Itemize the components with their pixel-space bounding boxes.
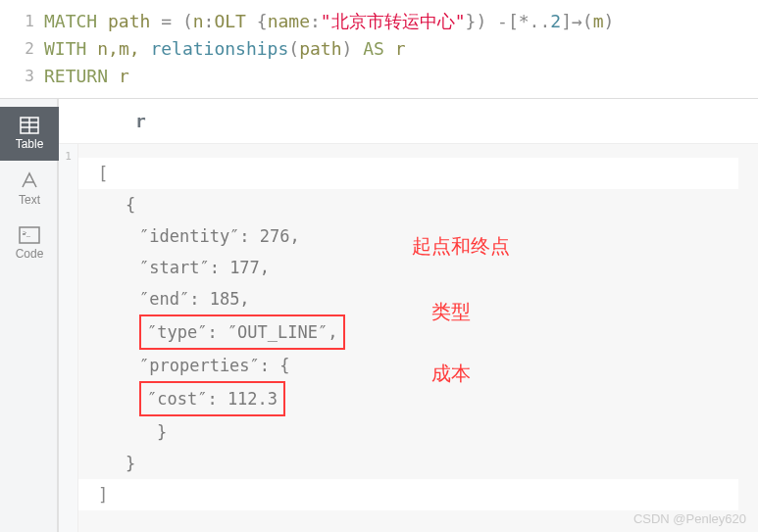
cost-line: ″cost″: 112.3 bbox=[98, 381, 738, 416]
result-row-number: 1 bbox=[59, 144, 78, 532]
open-bracket: [ bbox=[78, 158, 738, 189]
tab-table[interactable]: Table bbox=[0, 107, 59, 161]
type-line: ″type″: ″OUT_LINE″, bbox=[98, 314, 738, 350]
close-brace-inner: } bbox=[98, 416, 738, 448]
svg-text:>_: >_ bbox=[23, 229, 30, 237]
code-icon: >_ bbox=[19, 226, 40, 244]
code-editor: 1 2 3 MATCH path = (n:OLT {name:"北京市转运中心… bbox=[0, 0, 758, 99]
results-sidebar: Table Text >_ Code bbox=[0, 99, 59, 532]
tab-label: Code bbox=[16, 247, 44, 261]
close-bracket: ] bbox=[78, 479, 738, 510]
watermark: CSDN @Penley620 bbox=[633, 511, 746, 526]
keyword-match: MATCH bbox=[44, 11, 97, 31]
line-number: 1 bbox=[0, 8, 34, 35]
line-number: 3 bbox=[0, 63, 34, 90]
type-highlight: ″type″: ″OUT_LINE″, bbox=[139, 314, 345, 350]
results-pane: r 1 [ { ″identity″: 276, ″start″: 177, ″… bbox=[59, 99, 758, 532]
annotation-type: 类型 bbox=[431, 296, 471, 327]
line-number: 2 bbox=[0, 35, 34, 63]
text-icon bbox=[20, 170, 39, 190]
result-content: [ { ″identity″: 276, ″start″: 177, ″end″… bbox=[78, 144, 758, 532]
properties-line: ″properties″: { bbox=[98, 350, 738, 381]
line-gutter: 1 2 3 bbox=[0, 0, 44, 98]
main-area: Table Text >_ Code r 1 [ { ″identity″: 2… bbox=[0, 99, 758, 532]
code-content[interactable]: MATCH path = (n:OLT {name:"北京市转运中心"}) -[… bbox=[44, 0, 614, 98]
tab-text[interactable]: Text bbox=[0, 161, 59, 217]
code-line-1: MATCH path = (n:OLT {name:"北京市转运中心"}) -[… bbox=[44, 8, 614, 35]
tab-label: Table bbox=[16, 137, 44, 151]
code-line-2: WITH n,m, relationships(path) AS r bbox=[44, 35, 614, 63]
annotation-cost: 成本 bbox=[431, 358, 471, 389]
close-brace: } bbox=[98, 448, 738, 479]
open-brace: { bbox=[98, 189, 738, 220]
tab-code[interactable]: >_ Code bbox=[0, 217, 59, 270]
results-column-header: r bbox=[59, 99, 758, 144]
table-icon bbox=[20, 117, 39, 134]
keyword-with: WITH bbox=[44, 38, 86, 59]
annotation-start-end: 起点和终点 bbox=[412, 230, 510, 262]
results-body: 1 [ { ″identity″: 276, ″start″: 177, ″en… bbox=[59, 144, 758, 532]
cost-highlight: ″cost″: 112.3 bbox=[139, 381, 285, 416]
code-line-3: RETURN r bbox=[44, 63, 614, 90]
keyword-return: RETURN bbox=[44, 66, 108, 86]
tab-label: Text bbox=[19, 193, 40, 207]
end-line: ″end″: 185, bbox=[98, 283, 738, 314]
